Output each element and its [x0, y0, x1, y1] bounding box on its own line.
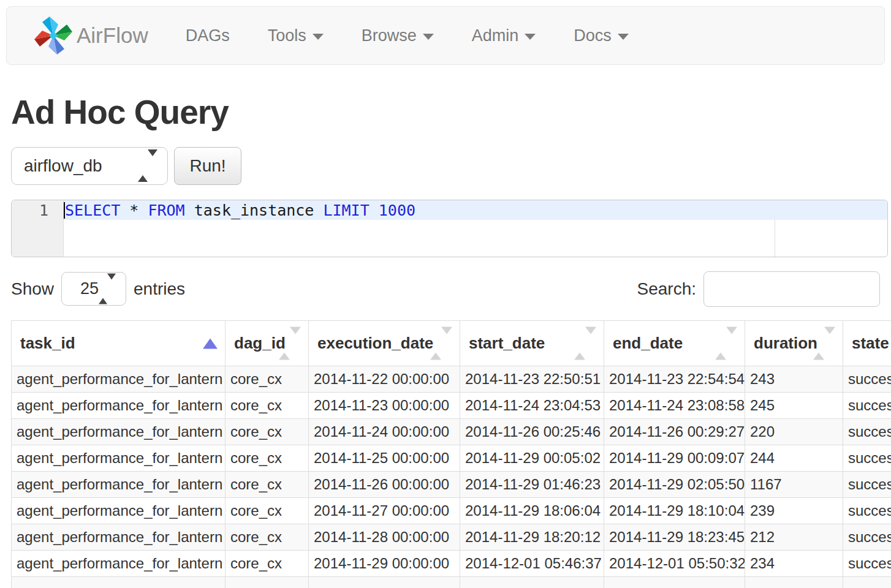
- table-cell: 2014-11-29 00:09:07: [604, 445, 745, 472]
- table-cell: agent_performance_for_lantern: [12, 419, 226, 445]
- brand-label: AirFlow: [77, 23, 148, 48]
- editor-line-number-gutter: 1: [12, 200, 64, 257]
- table-cell: 2014-11-28 00:00:00: [309, 524, 460, 551]
- table-cell: [12, 577, 226, 588]
- table-row: agent_performance_for_lanterncore_cx2014…: [12, 366, 891, 393]
- page-length-select[interactable]: 25: [61, 272, 126, 306]
- column-header-state[interactable]: state: [843, 321, 891, 366]
- entries-label: entries: [134, 279, 185, 299]
- table-controls: Show 25 entries Search:: [11, 271, 880, 307]
- table-cell: 239: [745, 498, 843, 524]
- query-controls: airflow_db Run!: [11, 147, 880, 185]
- table-cell: 2014-11-24 23:08:58: [604, 393, 745, 419]
- table-cell: agent_performance_for_lantern: [12, 366, 226, 393]
- navbar: AirFlow DAGs Tools Browse Admin Docs: [6, 6, 885, 65]
- table-cell: agent_performance_for_lantern: [12, 445, 226, 472]
- table-cell: success: [843, 472, 891, 498]
- column-label: dag_id: [234, 334, 286, 352]
- table-cell: success: [843, 419, 891, 445]
- table-cell: [226, 577, 309, 588]
- search-input[interactable]: [703, 271, 880, 307]
- sql-token: LIMIT: [323, 201, 369, 220]
- page-length-value: 25: [80, 279, 99, 298]
- table-cell: success: [843, 551, 891, 577]
- table-row: agent_performance_for_lanterncore_cx2014…: [12, 551, 891, 577]
- table-cell: success: [843, 498, 891, 524]
- table-row: agent_performance_for_lanterncore_cx2014…: [12, 524, 891, 551]
- table-cell: 234: [745, 551, 843, 577]
- table-cell: success: [843, 366, 891, 393]
- select-stepper-icon: [99, 279, 116, 298]
- caret-down-icon: [525, 34, 536, 40]
- table-cell: 245: [745, 393, 843, 419]
- table-cell: [460, 577, 604, 588]
- table-cell: 2014-11-22 00:00:00: [309, 366, 460, 393]
- table-cell: [843, 577, 891, 588]
- nav-item-browse[interactable]: Browse: [343, 6, 453, 65]
- nav-item-dags[interactable]: DAGs: [167, 6, 249, 65]
- column-header-start-date[interactable]: start_date: [460, 321, 604, 366]
- caret-down-icon: [423, 34, 434, 40]
- sort-icon: [715, 334, 737, 353]
- table-row: agent_performance_for_lanterncore_cx2014…: [12, 393, 891, 419]
- column-header-task-id[interactable]: task_id: [12, 321, 226, 366]
- table-cell: 2014-11-29 00:00:00: [309, 551, 460, 577]
- results-table: task_id dag_id execution_date start_date…: [11, 320, 891, 588]
- editor-content[interactable]: SELECT * FROM task_instance LIMIT 1000: [64, 200, 887, 257]
- page-length-control: Show 25 entries: [11, 272, 185, 306]
- search-label: Search:: [637, 279, 697, 299]
- run-button[interactable]: Run!: [174, 147, 241, 185]
- column-header-dag-id[interactable]: dag_id: [226, 321, 309, 366]
- column-header-end-date[interactable]: end_date: [604, 321, 745, 366]
- table-cell: 2014-11-25 00:00:00: [309, 445, 460, 472]
- table-cell: 2014-11-27 00:00:00: [309, 498, 460, 524]
- caret-down-icon: [313, 34, 324, 40]
- nav-item-admin[interactable]: Admin: [453, 6, 555, 65]
- column-label: end_date: [613, 334, 683, 352]
- sort-icon: [279, 334, 301, 353]
- database-select-value: airflow_db: [24, 156, 102, 176]
- nav-item-docs[interactable]: Docs: [555, 6, 648, 65]
- table-cell: 2014-11-23 22:54:54: [604, 366, 745, 393]
- table-cell: 2014-11-23 00:00:00: [309, 393, 460, 419]
- select-stepper-icon: [138, 156, 157, 176]
- table-cell: core_cx: [226, 419, 309, 445]
- main-nav: DAGs Tools Browse Admin Docs: [167, 6, 648, 65]
- table-cell: success: [843, 524, 891, 551]
- table-cell: 212: [745, 524, 843, 551]
- nav-item-tools[interactable]: Tools: [249, 6, 343, 65]
- sort-asc-icon: [203, 338, 218, 349]
- table-cell: core_cx: [226, 551, 309, 577]
- table-cell: 2014-12-01 05:46:37: [460, 551, 604, 577]
- database-select[interactable]: airflow_db: [11, 147, 168, 185]
- column-header-execution-date[interactable]: execution_date: [309, 321, 460, 366]
- airflow-pinwheel-icon: [34, 16, 73, 55]
- nav-label: Admin: [472, 26, 519, 45]
- table-cell: agent_performance_for_lantern: [12, 498, 226, 524]
- table-cell: core_cx: [226, 498, 309, 524]
- nav-label: Tools: [268, 26, 306, 45]
- table-cell: 1167: [745, 472, 843, 498]
- table-cell: agent_performance_for_lantern: [12, 472, 226, 498]
- column-header-duration[interactable]: duration: [745, 321, 843, 366]
- show-label: Show: [11, 279, 54, 299]
- sql-token: SELECT: [65, 201, 120, 220]
- sort-icon: [430, 334, 452, 353]
- column-label: task_id: [20, 334, 75, 352]
- column-label: duration: [754, 334, 817, 352]
- line-number: 1: [12, 201, 48, 220]
- sql-editor[interactable]: 1 SELECT * FROM task_instance LIMIT 1000: [11, 200, 888, 257]
- table-cell: 2014-11-29 18:23:45: [604, 524, 745, 551]
- table-cell: core_cx: [226, 472, 309, 498]
- airflow-brand[interactable]: AirFlow: [34, 16, 148, 55]
- table-cell: core_cx: [226, 524, 309, 551]
- results-table-body: agent_performance_for_lanterncore_cx2014…: [12, 366, 891, 588]
- column-label: state: [852, 334, 889, 352]
- table-cell: 2014-11-29 01:46:23: [460, 472, 604, 498]
- sql-token: task_instance: [185, 201, 324, 220]
- table-cell: success: [843, 445, 891, 472]
- table-header-row: task_id dag_id execution_date start_date…: [12, 321, 891, 366]
- editor-divider: [775, 220, 775, 257]
- table-cell: 2014-11-29 18:10:04: [604, 498, 745, 524]
- table-cell: 2014-11-26 00:29:27: [604, 419, 745, 445]
